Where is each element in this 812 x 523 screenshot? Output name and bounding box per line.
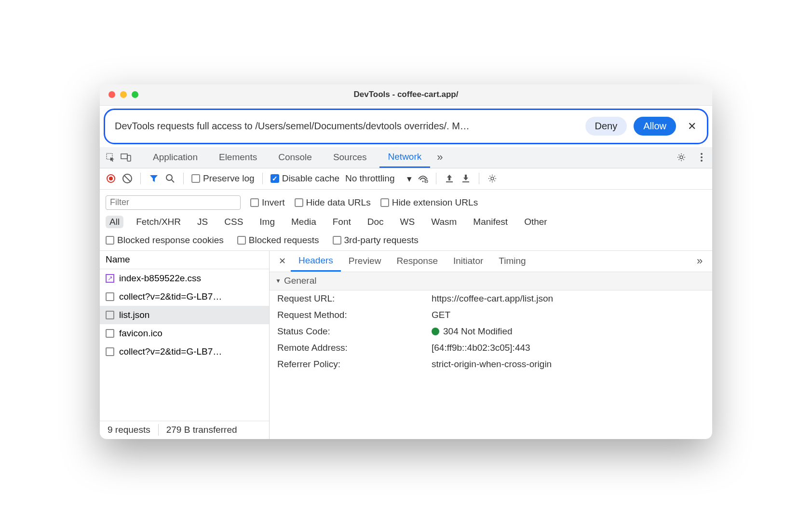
type-chip-media[interactable]: Media	[287, 216, 320, 228]
detail-tab-timing[interactable]: Timing	[491, 251, 533, 272]
svg-rect-12	[462, 181, 469, 182]
svg-rect-1	[121, 154, 127, 159]
type-chip-font[interactable]: Font	[329, 216, 355, 228]
type-chip-img[interactable]: Img	[256, 216, 279, 228]
file-icon	[106, 329, 114, 338]
disclosure-triangle-icon: ▼	[275, 277, 281, 284]
device-toggle-icon[interactable]	[120, 151, 132, 163]
type-chip-other[interactable]: Other	[520, 216, 551, 228]
header-value: 304 Not Modified	[432, 326, 704, 337]
request-name: favicon.ico	[119, 328, 162, 339]
request-name: collect?v=2&tid=G-LB7…	[119, 291, 222, 302]
content-area: Name ↗index-b859522e.csscollect?v=2&tid=…	[100, 251, 712, 439]
general-section-header[interactable]: ▼General	[270, 272, 712, 290]
request-row[interactable]: collect?v=2&tid=G-LB7…	[100, 343, 269, 361]
blocked-requests-checkbox[interactable]: Blocked requests	[237, 235, 319, 246]
filter-icon[interactable]	[149, 173, 159, 184]
transferred-size: 279 B transferred	[159, 425, 245, 435]
chevron-down-icon: ▾	[407, 173, 412, 184]
status-bar: 9 requests 279 B transferred	[100, 421, 269, 439]
file-icon	[106, 311, 114, 319]
network-conditions-icon[interactable]	[418, 173, 428, 184]
zoom-window-button[interactable]	[132, 91, 138, 98]
search-icon[interactable]	[165, 173, 176, 184]
allow-button[interactable]: Allow	[634, 117, 676, 136]
svg-rect-2	[127, 155, 131, 161]
svg-rect-11	[446, 181, 453, 182]
blocked-response-cookies-checkbox[interactable]: Blocked response cookies	[106, 235, 224, 246]
type-chip-doc[interactable]: Doc	[364, 216, 388, 228]
hide-data-urls-checkbox[interactable]: Hide data URLs	[295, 197, 371, 208]
header-row: Status Code:304 Not Modified	[270, 323, 712, 340]
request-list[interactable]: ↗index-b859522e.csscollect?v=2&tid=G-LB7…	[100, 269, 269, 421]
requests-panel: Name ↗index-b859522e.csscollect?v=2&tid=…	[100, 251, 270, 439]
inspect-icon[interactable]	[105, 151, 116, 163]
filter-input[interactable]	[106, 195, 241, 210]
override-icon: ↗	[106, 274, 114, 283]
tab-elements[interactable]: Elements	[210, 147, 266, 168]
header-row: Request URL:https://coffee-cart.app/list…	[270, 290, 712, 307]
more-detail-tabs-icon[interactable]: »	[691, 255, 708, 267]
request-name: collect?v=2&tid=G-LB7…	[119, 346, 222, 357]
traffic-lights	[100, 91, 138, 98]
request-name: list.json	[119, 310, 149, 320]
type-filter-chips: AllFetch/XHRJSCSSImgMediaFontDocWSWasmMa…	[106, 212, 706, 233]
detail-content[interactable]: ▼General Request URL:https://coffee-cart…	[270, 272, 712, 439]
type-chip-fetch-xhr[interactable]: Fetch/XHR	[132, 216, 185, 228]
svg-point-13	[491, 177, 494, 180]
detail-tab-headers[interactable]: Headers	[291, 251, 341, 272]
svg-point-7	[166, 175, 172, 180]
upload-icon[interactable]	[444, 173, 455, 184]
more-tabs-icon[interactable]: »	[434, 151, 446, 163]
type-chip-manifest[interactable]: Manifest	[469, 216, 512, 228]
tab-sources[interactable]: Sources	[325, 147, 376, 168]
file-icon	[106, 292, 114, 301]
request-row[interactable]: ↗index-b859522e.css	[100, 269, 269, 288]
header-key: Remote Address:	[277, 343, 432, 353]
preserve-log-checkbox[interactable]: Preserve log	[191, 173, 255, 184]
type-chip-css[interactable]: CSS	[220, 216, 247, 228]
tab-network[interactable]: Network	[379, 147, 431, 168]
hide-extension-urls-checkbox[interactable]: Hide extension URLs	[380, 197, 478, 208]
detail-panel: ✕ HeadersPreviewResponseInitiatorTiming …	[270, 251, 712, 439]
clear-icon[interactable]	[122, 173, 133, 184]
header-row: Remote Address:[64:ff9b::4b02:3c05]:443	[270, 340, 712, 356]
tab-console[interactable]: Console	[270, 147, 321, 168]
request-row[interactable]: favicon.ico	[100, 324, 269, 343]
request-name: index-b859522e.css	[119, 273, 201, 284]
detail-tab-response[interactable]: Response	[389, 251, 446, 272]
window-title: DevTools - coffee-cart.app/	[100, 90, 712, 99]
titlebar: DevTools - coffee-cart.app/	[100, 84, 712, 106]
close-window-button[interactable]	[108, 91, 115, 98]
tab-application[interactable]: Application	[144, 147, 206, 168]
type-chip-wasm[interactable]: Wasm	[427, 216, 460, 228]
disable-cache-checkbox[interactable]: Disable cache	[271, 173, 339, 184]
deny-button[interactable]: Deny	[585, 117, 627, 136]
settings-icon[interactable]	[676, 151, 687, 163]
request-row[interactable]: list.json	[100, 306, 269, 324]
close-detail-icon[interactable]: ✕	[273, 256, 291, 266]
minimize-window-button[interactable]	[120, 91, 127, 98]
third-party-checkbox[interactable]: 3rd-party requests	[333, 235, 419, 246]
header-row: Referrer Policy:strict-origin-when-cross…	[270, 356, 712, 372]
type-chip-ws[interactable]: WS	[396, 216, 419, 228]
request-row[interactable]: collect?v=2&tid=G-LB7…	[100, 288, 269, 306]
type-chip-all[interactable]: All	[106, 216, 123, 228]
detail-tab-initiator[interactable]: Initiator	[446, 251, 491, 272]
kebab-menu-icon[interactable]	[696, 151, 707, 163]
close-icon[interactable]: ✕	[683, 120, 701, 133]
header-key: Status Code:	[277, 326, 432, 337]
type-chip-js[interactable]: JS	[193, 216, 212, 228]
network-settings-icon[interactable]	[487, 173, 498, 184]
throttling-select[interactable]: No throttling ▾	[345, 173, 412, 184]
invert-checkbox[interactable]: Invert	[250, 197, 285, 208]
header-value: [64:ff9b::4b02:3c05]:443	[432, 343, 704, 353]
detail-tab-preview[interactable]: Preview	[341, 251, 389, 272]
download-icon[interactable]	[460, 173, 471, 184]
status-dot-icon	[432, 328, 439, 335]
record-icon[interactable]	[106, 173, 116, 184]
network-toolbar: Preserve log Disable cache No throttling…	[100, 168, 712, 190]
name-column-header[interactable]: Name	[100, 251, 269, 269]
header-key: Request URL:	[277, 293, 432, 304]
request-count: 9 requests	[100, 425, 158, 435]
